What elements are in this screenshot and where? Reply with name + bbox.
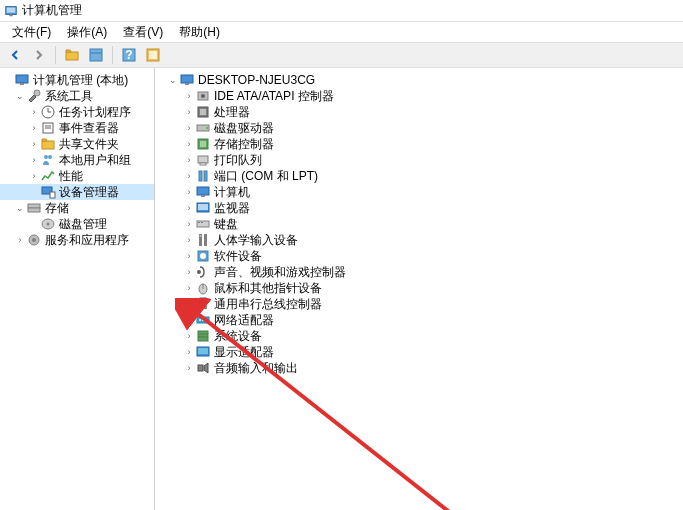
expand-icon[interactable]: ›: [183, 266, 195, 278]
device-category-item[interactable]: ›存储控制器: [159, 136, 683, 152]
expand-icon[interactable]: ›: [28, 154, 40, 166]
device-category-item[interactable]: ›处理器: [159, 104, 683, 120]
expand-icon[interactable]: ›: [28, 122, 40, 134]
tree-computer-node[interactable]: ⌄ DESKTOP-NJEU3CG: [159, 72, 683, 88]
tree-label: 网络适配器: [214, 312, 274, 329]
tree-label: 设备管理器: [59, 184, 119, 201]
svg-rect-47: [198, 204, 208, 210]
device-icon: [195, 200, 211, 216]
expand-icon[interactable]: ›: [183, 234, 195, 246]
tree-disk-management[interactable]: 磁盘管理: [0, 216, 154, 232]
svg-rect-25: [28, 208, 40, 212]
device-category-item[interactable]: ›系统设备: [159, 328, 683, 344]
svg-rect-43: [204, 171, 207, 181]
tree-local-users[interactable]: › 本地用户和组: [0, 152, 154, 168]
device-icon: [195, 328, 211, 344]
device-icon: [195, 360, 211, 376]
svg-rect-65: [198, 331, 208, 341]
tree-label: 存储控制器: [214, 136, 274, 153]
device-category-item[interactable]: ›计算机: [159, 184, 683, 200]
svg-rect-60: [199, 306, 207, 309]
device-category-item[interactable]: ›音频输入和输出: [159, 360, 683, 376]
expand-icon[interactable]: ›: [183, 186, 195, 198]
device-category-item[interactable]: ›磁盘驱动器: [159, 120, 683, 136]
device-icon: [195, 88, 211, 104]
device-icon: [195, 344, 211, 360]
expand-icon[interactable]: ›: [183, 314, 195, 326]
expand-icon[interactable]: ›: [183, 330, 195, 342]
expand-icon[interactable]: ›: [183, 122, 195, 134]
expand-icon[interactable]: ›: [183, 106, 195, 118]
tree-label: 任务计划程序: [59, 104, 131, 121]
tree-task-scheduler[interactable]: › 任务计划程序: [0, 104, 154, 120]
tree-root-computer-management[interactable]: 计算机管理 (本地): [0, 72, 154, 88]
tree-shared-folders[interactable]: › 共享文件夹: [0, 136, 154, 152]
menubar: 文件(F) 操作(A) 查看(V) 帮助(H): [0, 22, 683, 42]
collapse-icon[interactable]: ⌄: [14, 202, 26, 214]
svg-rect-40: [198, 156, 208, 163]
svg-point-55: [200, 253, 206, 259]
tree-system-tools[interactable]: ⌄ 系统工具: [0, 88, 154, 104]
expand-icon[interactable]: ›: [183, 170, 195, 182]
tree-label: 服务和应用程序: [45, 232, 129, 249]
tree-device-manager[interactable]: 设备管理器: [0, 184, 154, 200]
svg-rect-11: [20, 83, 24, 85]
tree-label: IDE ATA/ATAPI 控制器: [214, 88, 334, 105]
view-button-1[interactable]: [85, 44, 107, 66]
device-category-item[interactable]: ›显示适配器: [159, 344, 683, 360]
tree-storage[interactable]: ⌄ 存储: [0, 200, 154, 216]
expand-icon[interactable]: ›: [183, 138, 195, 150]
expand-icon[interactable]: ›: [183, 90, 195, 102]
collapse-icon[interactable]: ⌄: [167, 74, 179, 86]
device-category-item[interactable]: ›监视器: [159, 200, 683, 216]
svg-rect-3: [66, 52, 78, 60]
collapse-icon[interactable]: [2, 74, 14, 86]
expand-icon[interactable]: ›: [183, 282, 195, 294]
expand-icon[interactable]: ›: [28, 106, 40, 118]
device-category-item[interactable]: ›键盘: [159, 216, 683, 232]
svg-rect-24: [28, 204, 40, 208]
collapse-icon[interactable]: ⌄: [14, 90, 26, 102]
tree-label: DESKTOP-NJEU3CG: [198, 73, 315, 87]
device-category-item[interactable]: ›软件设备: [159, 248, 683, 264]
svg-rect-59: [200, 298, 206, 302]
tree-label: 处理器: [214, 104, 250, 121]
view-button-2[interactable]: [142, 44, 164, 66]
expand-icon[interactable]: ›: [183, 154, 195, 166]
computer-icon: [179, 72, 195, 88]
menu-view[interactable]: 查看(V): [115, 22, 171, 43]
toolbar: ?: [0, 42, 683, 68]
tree-performance[interactable]: › 性能: [0, 168, 154, 184]
menu-action[interactable]: 操作(A): [59, 22, 115, 43]
expand-icon[interactable]: ›: [183, 298, 195, 310]
device-category-item[interactable]: ›网络适配器: [159, 312, 683, 328]
device-category-item[interactable]: ›通用串行总线控制器: [159, 296, 683, 312]
expand-icon[interactable]: ›: [28, 138, 40, 150]
tree-event-viewer[interactable]: › 事件查看器: [0, 120, 154, 136]
expand-icon[interactable]: ›: [183, 362, 195, 374]
tree-label: 计算机管理 (本地): [33, 72, 128, 89]
device-category-item[interactable]: ›打印队列: [159, 152, 683, 168]
device-category-item[interactable]: ›人体学输入设备: [159, 232, 683, 248]
menu-file[interactable]: 文件(F): [4, 22, 59, 43]
device-category-item[interactable]: ›IDE ATA/ATAPI 控制器: [159, 88, 683, 104]
back-button[interactable]: [4, 44, 26, 66]
forward-button[interactable]: [28, 44, 50, 66]
svg-rect-10: [16, 75, 28, 83]
help-button[interactable]: ?: [118, 44, 140, 66]
tree-services[interactable]: › 服务和应用程序: [0, 232, 154, 248]
folder-up-button[interactable]: [61, 44, 83, 66]
tree-label: 人体学输入设备: [214, 232, 298, 249]
expand-icon[interactable]: ›: [183, 218, 195, 230]
device-category-item[interactable]: ›端口 (COM 和 LPT): [159, 168, 683, 184]
expand-icon[interactable]: ›: [28, 170, 40, 182]
device-category-item[interactable]: ›声音、视频和游戏控制器: [159, 264, 683, 280]
expand-icon[interactable]: ›: [183, 346, 195, 358]
expand-icon[interactable]: ›: [14, 234, 26, 246]
expand-icon[interactable]: ›: [183, 250, 195, 262]
tree-label: 磁盘管理: [59, 216, 107, 233]
device-category-item[interactable]: ›鼠标和其他指针设备: [159, 280, 683, 296]
tree-label: 显示适配器: [214, 344, 274, 361]
expand-icon[interactable]: ›: [183, 202, 195, 214]
menu-help[interactable]: 帮助(H): [171, 22, 228, 43]
